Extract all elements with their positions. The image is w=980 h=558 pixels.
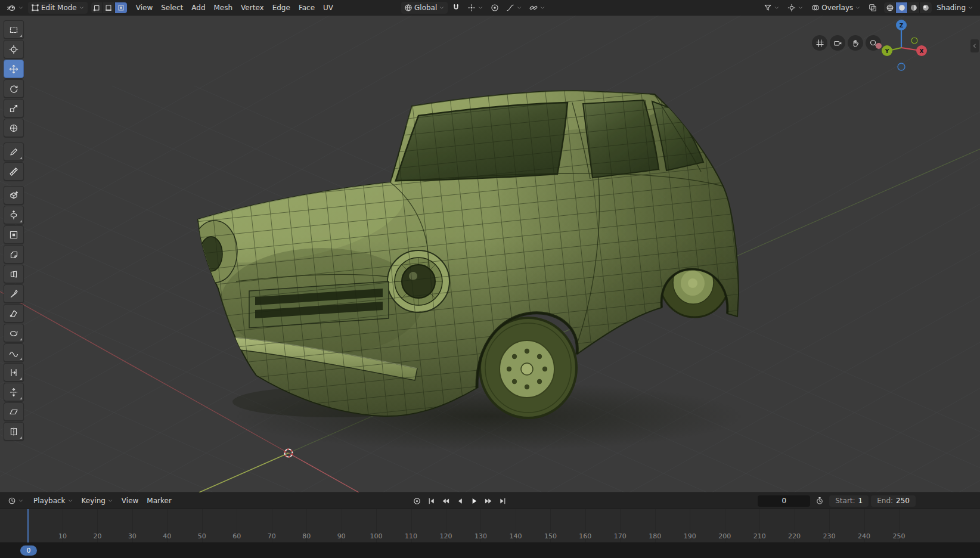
tool-inset-faces[interactable] xyxy=(4,225,24,244)
material-shading-toggle[interactable] xyxy=(908,2,920,13)
tool-spin[interactable] xyxy=(4,324,24,342)
shear-icon xyxy=(9,407,18,417)
playhead-line[interactable] xyxy=(27,509,29,542)
shading-dropdown[interactable]: Shading xyxy=(934,2,976,14)
gizmo-minus-z-ball[interactable] xyxy=(898,63,905,70)
tool-knife[interactable] xyxy=(4,284,24,303)
tool-measure[interactable] xyxy=(4,162,24,181)
tool-poly-build[interactable] xyxy=(4,304,24,323)
proportional-editing-toggle[interactable] xyxy=(488,2,502,14)
tool-shrink-fatten[interactable] xyxy=(4,383,24,401)
play-button[interactable] xyxy=(467,495,480,507)
overlays-dropdown[interactable]: Overlays xyxy=(808,2,864,14)
xray-toggle[interactable] xyxy=(866,2,880,14)
tool-bevel[interactable] xyxy=(4,245,24,264)
timeline-menu-playback[interactable]: Playback xyxy=(29,495,77,507)
tool-add-cube[interactable] xyxy=(4,186,24,204)
ruler-tick-170: 170 xyxy=(614,532,627,540)
rendered-shading-toggle[interactable] xyxy=(920,2,932,13)
ruler-tick-230: 230 xyxy=(823,532,836,540)
mode-dropdown[interactable]: Edit Mode xyxy=(28,2,88,14)
gizmos-dropdown[interactable] xyxy=(784,2,807,14)
jump-to-start-button[interactable] xyxy=(424,495,438,507)
blender-menu-button[interactable] xyxy=(4,2,27,14)
jump-to-end-button[interactable] xyxy=(496,495,509,507)
orientation-dropdown[interactable]: Global xyxy=(401,2,448,14)
tool-annotate[interactable] xyxy=(4,142,24,161)
edge-select-toggle[interactable] xyxy=(103,2,115,13)
timeline-scroll-strip[interactable]: 0 xyxy=(0,542,980,558)
menu-add[interactable]: Add xyxy=(187,2,209,14)
end-frame-field[interactable]: End: 250 xyxy=(871,495,916,507)
tool-loop-cut[interactable] xyxy=(4,265,24,283)
next-keyframe-button[interactable] xyxy=(482,495,495,507)
car-surface-detail xyxy=(150,75,751,433)
timeline-menu-keying[interactable]: Keying xyxy=(77,495,117,507)
camera-view-button[interactable] xyxy=(830,35,845,51)
face-select-toggle[interactable] xyxy=(115,2,127,13)
snap-settings-dropdown[interactable] xyxy=(464,2,486,14)
wireframe-shading-toggle[interactable] xyxy=(884,2,896,13)
options-dropdown[interactable] xyxy=(526,2,548,14)
menu-view[interactable]: View xyxy=(132,2,157,14)
current-frame-field[interactable]: 0 xyxy=(758,495,810,507)
previous-keyframe-button[interactable] xyxy=(439,495,452,507)
toggle-grid-button[interactable] xyxy=(812,35,827,51)
tool-shear[interactable] xyxy=(4,402,24,421)
start-frame-field[interactable]: Start: 1 xyxy=(829,495,869,507)
vertex-select-icon xyxy=(92,4,101,12)
menu-bar: ViewSelectAddMeshVertexEdgeFaceUV xyxy=(132,2,337,14)
timeline-ruler[interactable]: 1020304050607080901001101201301401501601… xyxy=(0,509,980,542)
vertex-select-toggle[interactable] xyxy=(91,2,103,13)
tool-edge-slide[interactable] xyxy=(4,363,24,382)
tool-cursor[interactable] xyxy=(4,40,24,58)
tool-extrude-region[interactable] xyxy=(4,206,24,224)
tool-transform[interactable] xyxy=(4,119,24,137)
ruler-tick-70: 70 xyxy=(268,532,276,540)
gizmo-minus-x-ball[interactable] xyxy=(876,43,882,49)
tool-select-box[interactable] xyxy=(4,20,24,39)
menu-select[interactable]: Select xyxy=(157,2,187,14)
viewport-nav-buttons xyxy=(812,35,881,51)
menu-edge[interactable]: Edge xyxy=(268,2,294,14)
ruler-tick-220: 220 xyxy=(788,532,801,540)
falloff-dropdown[interactable] xyxy=(503,2,525,14)
select-mode-toggles xyxy=(91,2,127,13)
play-reverse-button[interactable] xyxy=(453,495,466,507)
pan-view-button[interactable] xyxy=(848,35,863,51)
tool-scale[interactable] xyxy=(4,99,24,117)
tool-move[interactable] xyxy=(4,60,24,78)
menu-mesh[interactable]: Mesh xyxy=(210,2,237,14)
solid-shading-toggle[interactable] xyxy=(896,2,908,13)
timeline-menu-view[interactable]: View xyxy=(117,495,142,507)
gizmo-minus-y-ball[interactable] xyxy=(911,38,917,44)
face-select-icon xyxy=(117,4,125,12)
3d-viewport[interactable]: Z X Y xyxy=(0,16,980,492)
gizmo-x-label: X xyxy=(920,48,924,54)
timeline-header: PlaybackKeyingViewMarker 0 Start: 1 End:… xyxy=(0,492,980,509)
menu-vertex[interactable]: Vertex xyxy=(237,2,268,14)
gizmo-z-label: Z xyxy=(900,23,904,29)
chevron-down-icon xyxy=(439,5,445,11)
auto-keyframe-toggle[interactable] xyxy=(812,495,827,507)
snap-toggle[interactable] xyxy=(449,2,463,14)
record-button[interactable] xyxy=(410,495,423,507)
select-box-icon xyxy=(9,25,18,35)
tool-rip-region[interactable] xyxy=(4,422,24,441)
chevron-left-icon xyxy=(972,43,978,49)
sidebar-toggle[interactable] xyxy=(970,39,979,52)
tool-rotate[interactable] xyxy=(4,79,24,98)
edge-select-icon xyxy=(104,4,113,12)
menu-uv[interactable]: UV xyxy=(319,2,337,14)
playhead[interactable]: 0 xyxy=(20,545,37,556)
transform-icon xyxy=(9,123,18,133)
timeline-menu-marker[interactable]: Marker xyxy=(142,495,175,507)
menu-face[interactable]: Face xyxy=(294,2,319,14)
editor-type-dropdown[interactable] xyxy=(5,495,27,507)
chevron-down-icon xyxy=(107,498,113,504)
tool-smooth[interactable] xyxy=(4,343,24,362)
navigation-gizmo[interactable]: Z X Y xyxy=(872,17,931,76)
visibility-dropdown[interactable] xyxy=(761,2,783,14)
ruler-tick-40: 40 xyxy=(163,532,171,540)
car-model[interactable] xyxy=(150,75,751,433)
